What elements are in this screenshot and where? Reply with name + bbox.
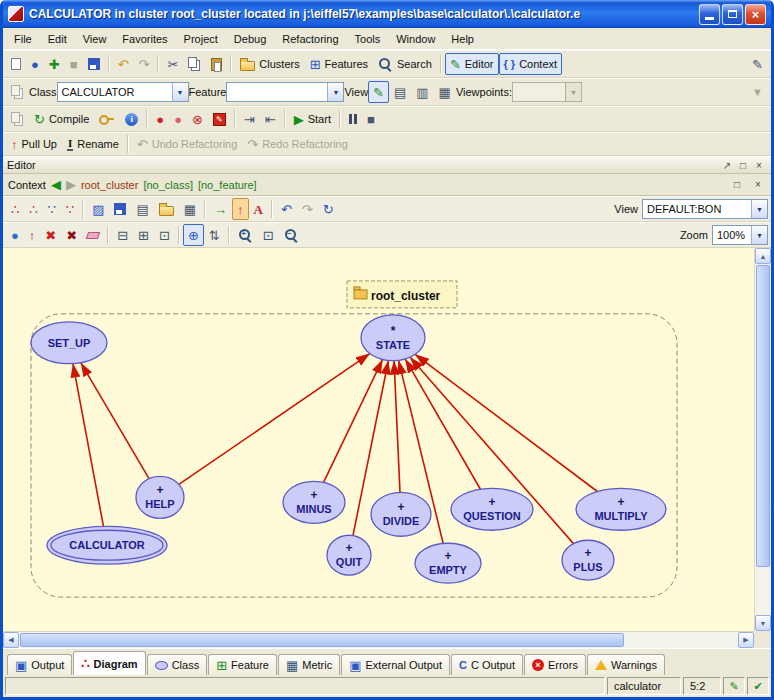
save-diagram-button[interactable] [109,198,131,220]
class-node-help[interactable]: +HELP [136,476,184,518]
freeze-button[interactable]: ● [169,108,187,130]
tab-output[interactable]: ▣Output [7,654,72,675]
add-button[interactable]: ✚ [44,53,65,75]
stop-process-button[interactable]: ■ [65,53,83,75]
zoom-out-button[interactable]: − [279,224,304,246]
editor-toggle-button[interactable]: ✎Editor [445,53,499,75]
menu-refactoring[interactable]: Refactoring [274,30,346,48]
layout-vertical-button[interactable]: ⊞ [133,224,154,246]
redo-button[interactable]: ↷ [134,53,155,75]
feature-combobox-value[interactable] [227,83,327,101]
diagram-view-arrow-icon[interactable]: ▼ [751,200,767,218]
tab-external-output[interactable]: ▣External Output [341,654,450,675]
scroll-up-icon[interactable]: ▲ [755,248,771,264]
new-class-tool-button[interactable]: ● [6,224,24,246]
class-node-plus[interactable]: +PLUS [562,540,614,580]
inheritance-tool-button[interactable]: ↑ [232,198,249,220]
start-button[interactable]: ▶Start [289,108,336,130]
zoom-value[interactable]: 100% [713,226,751,244]
flat-view-button[interactable]: ▤ [389,81,411,103]
clickable-view-button[interactable]: ▥ [411,81,433,103]
menu-file[interactable]: File [6,30,40,48]
precompile-button[interactable] [94,108,120,130]
contract-view-button[interactable]: ▦ [434,81,456,103]
client-links-button[interactable]: ∵ [61,198,79,220]
open-generated-button[interactable] [6,108,29,130]
class-node-set_up[interactable]: SET_UP [31,322,107,364]
eraser-button[interactable] [82,224,104,246]
close-pane-button[interactable]: × [751,158,767,173]
pull-up-button[interactable]: ↑Pull Up [6,133,62,155]
context-cluster[interactable]: root_cluster [81,179,138,191]
vertical-scroll-track[interactable] [755,264,771,615]
history-back-icon[interactable]: ◀ [51,178,61,191]
tab-warnings[interactable]: Warnings [587,654,665,675]
menu-help[interactable]: Help [443,30,482,48]
scroll-right-icon[interactable]: ▶ [738,632,754,648]
zoom-in-button[interactable]: + [233,224,258,246]
open-diagram-button[interactable] [154,198,179,220]
class-node-minus[interactable]: +MINUS [283,481,345,523]
print-diagram-button[interactable]: ▤ [131,198,153,220]
minimize-button[interactable] [699,4,720,25]
horizontal-scroll-thumb[interactable] [20,633,624,647]
new-file-button[interactable] [6,53,26,75]
tab-diagram[interactable]: ∴Diagram [73,651,145,675]
copy-button[interactable] [183,53,206,75]
tab-metric[interactable]: ▦Metric [278,654,340,675]
class-node-calculator[interactable]: CALCULATOR [47,526,167,564]
delete-button[interactable]: ✖ [40,224,61,246]
scroll-left-icon[interactable]: ◀ [3,632,19,648]
remove-from-diagram-button[interactable]: ✖ [61,224,82,246]
diagram-redo-button[interactable]: ↷ [297,198,318,220]
zoom-combobox[interactable]: 100% ▼ [712,225,768,245]
cut-button[interactable]: ✂ [162,53,183,75]
scroll-down-icon[interactable]: ▼ [755,615,771,631]
menu-debug[interactable]: Debug [226,30,274,48]
toolbar-overflow-button[interactable]: ▼ [747,81,768,103]
melt-button[interactable]: ● [151,108,169,130]
menu-favorites[interactable]: Favorites [114,30,175,48]
zoom-arrow-icon[interactable]: ▼ [751,226,767,244]
pause-button[interactable] [344,108,362,130]
center-diagram-button[interactable]: ⊕ [183,224,204,246]
project-info-button[interactable]: i [120,108,143,130]
new-client-link-button[interactable]: ↑ [24,224,41,246]
context-toggle-button[interactable]: { }Context [499,53,563,75]
vertical-scrollbar[interactable]: ▲ ▼ [754,248,771,631]
client-link-calculator-set_up[interactable] [73,364,104,531]
diagram-refresh-button[interactable]: ↻ [318,198,339,220]
menu-view[interactable]: View [75,30,115,48]
client-link-divide-state[interactable] [394,361,400,493]
redo-refactoring-button[interactable]: ↷Redo Refactoring [242,133,353,155]
send-to-external-button[interactable] [6,81,29,103]
rename-button[interactable]: IRename [62,133,124,155]
search-button[interactable]: Search [373,53,437,75]
tab-errors[interactable]: ×Errors [524,654,586,675]
arrange-button[interactable]: ⇅ [204,224,225,246]
vertical-scroll-thumb[interactable] [756,265,770,567]
menu-tools[interactable]: Tools [347,30,389,48]
step-out-button[interactable]: ⇤ [260,108,281,130]
diagram-view-value[interactable]: DEFAULT:BON [643,200,751,218]
open-button[interactable]: ● [26,53,44,75]
class-node-multiply[interactable]: +MULTIPLY [576,488,666,530]
client-link-help-state[interactable] [179,354,370,485]
client-link-minus-state[interactable] [324,359,383,482]
tab-feature[interactable]: ⊞Feature [208,654,277,675]
class-node-empty[interactable]: +EMPTY [415,543,481,583]
maximize-button[interactable] [722,4,743,25]
bon-diagram-svg[interactable]: root_clusterSET_UP*STATE+HELPCALCULATOR+… [3,248,754,631]
titlebar[interactable]: CALCULATOR in cluster root_cluster locat… [3,0,771,28]
menu-project[interactable]: Project [176,30,226,48]
c-compile-button[interactable]: ✎ [208,108,231,130]
class-combobox-value[interactable]: CALCULATOR [58,83,172,101]
show-grid-button[interactable]: ▦ [179,198,201,220]
menu-window[interactable]: Window [388,30,443,48]
save-all-button[interactable] [83,53,105,75]
compile-button[interactable]: ↻Compile [29,108,94,130]
feature-combobox[interactable]: ▼ [226,82,344,102]
class-combobox-arrow-icon[interactable]: ▼ [172,83,188,101]
step-into-button[interactable]: ⇥ [239,108,260,130]
paste-button[interactable] [206,53,227,75]
